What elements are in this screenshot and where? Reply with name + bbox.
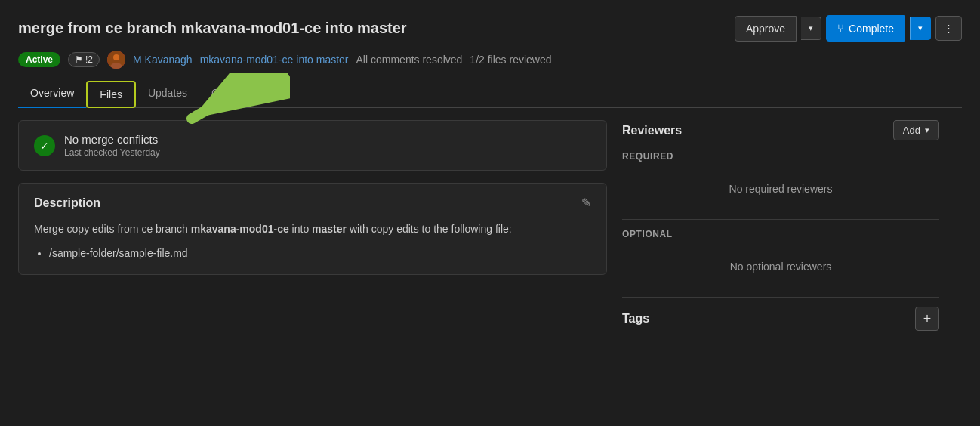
files-reviewed: 1/2 files reviewed bbox=[470, 54, 551, 66]
add-reviewer-button[interactable]: Add ▾ bbox=[893, 120, 939, 140]
tab-updates[interactable]: Updates bbox=[136, 81, 199, 108]
description-header: Description ✎ bbox=[34, 196, 591, 210]
merge-icon: ⑂ bbox=[837, 22, 844, 35]
right-panel: Reviewers Add ▾ Required No required rev… bbox=[622, 120, 939, 331]
avatar bbox=[107, 51, 125, 69]
add-tag-icon: + bbox=[923, 311, 932, 327]
approve-dropdown-button[interactable]: ▾ bbox=[801, 17, 821, 40]
merge-status-card: ✓ No merge conflicts Last checked Yester… bbox=[18, 120, 607, 171]
complete-label: Complete bbox=[849, 23, 894, 35]
complete-dropdown-button[interactable]: ▾ bbox=[910, 17, 931, 40]
vote-count: !2 bbox=[85, 54, 93, 65]
tags-title: Tags bbox=[622, 312, 649, 326]
add-chevron-icon: ▾ bbox=[925, 125, 929, 135]
reviewers-header: Reviewers Add ▾ bbox=[622, 120, 939, 140]
approve-label: Approve bbox=[746, 23, 785, 35]
description-text: Merge copy edits from ce branch mkavana-… bbox=[34, 221, 591, 237]
no-optional-reviewers: No optional reviewers bbox=[622, 248, 939, 285]
optional-label: Optional bbox=[622, 229, 939, 239]
branch-info: mkavana-mod01-ce into master bbox=[200, 54, 349, 66]
required-label: Required bbox=[622, 151, 939, 162]
merge-status: ✓ No merge conflicts Last checked Yester… bbox=[34, 133, 591, 158]
status-badge: Active bbox=[18, 52, 60, 67]
reviewers-section: Reviewers Add ▾ Required No required rev… bbox=[622, 120, 939, 298]
vote-icon: ⚑ bbox=[75, 54, 83, 65]
merge-status-title: No merge conflicts bbox=[64, 133, 160, 146]
tab-commits[interactable]: Commits bbox=[199, 81, 265, 108]
main-content: ✓ No merge conflicts Last checked Yester… bbox=[18, 120, 962, 331]
tags-section: Tags + bbox=[622, 307, 939, 331]
reviewers-title: Reviewers bbox=[622, 124, 682, 137]
complete-button[interactable]: ⑂ Complete bbox=[826, 15, 905, 42]
check-circle: ✓ bbox=[34, 135, 55, 156]
tab-overview[interactable]: Overview bbox=[18, 81, 86, 108]
description-body: Merge copy edits from ce branch mkavana-… bbox=[34, 221, 591, 262]
tabs-row: Overview Files Updates Commits bbox=[18, 81, 962, 108]
no-required-reviewers: No required reviewers bbox=[622, 171, 939, 207]
approve-button[interactable]: Approve bbox=[735, 16, 797, 42]
divider bbox=[622, 219, 939, 220]
file-list: /sample-folder/sample-file.md bbox=[34, 245, 591, 261]
description-card: Description ✎ Merge copy edits from ce b… bbox=[18, 183, 607, 275]
merge-status-info: No merge conflicts Last checked Yesterda… bbox=[64, 133, 160, 158]
comments-status: All comments resolved bbox=[356, 54, 463, 66]
more-icon: ⋮ bbox=[944, 23, 954, 34]
svg-point-1 bbox=[113, 54, 119, 60]
header-actions: Approve ▾ ⑂ Complete ▾ ⋮ bbox=[735, 15, 962, 42]
description-title: Description bbox=[34, 196, 100, 210]
tab-files[interactable]: Files bbox=[86, 81, 136, 108]
pr-title: merge from ce branch mkavana-mod01-ce in… bbox=[18, 20, 735, 37]
left-panel: ✓ No merge conflicts Last checked Yester… bbox=[18, 120, 607, 331]
list-item: /sample-folder/sample-file.md bbox=[49, 245, 591, 261]
edit-icon[interactable]: ✎ bbox=[581, 196, 591, 210]
more-options-button[interactable]: ⋮ bbox=[935, 16, 962, 41]
merge-status-subtitle: Last checked Yesterday bbox=[64, 147, 160, 158]
vote-badge: ⚑ !2 bbox=[68, 52, 100, 67]
check-icon: ✓ bbox=[40, 140, 49, 152]
add-label: Add bbox=[903, 125, 920, 136]
approve-chevron-icon: ▾ bbox=[809, 23, 813, 33]
subheader-row: Active ⚑ !2 M Kavanagh mkavana-mod01-ce … bbox=[18, 51, 962, 69]
add-tag-button[interactable]: + bbox=[915, 307, 939, 331]
divider-2 bbox=[622, 297, 939, 298]
complete-chevron-icon: ▾ bbox=[918, 23, 923, 33]
author-name: M Kavanagh bbox=[133, 54, 193, 66]
